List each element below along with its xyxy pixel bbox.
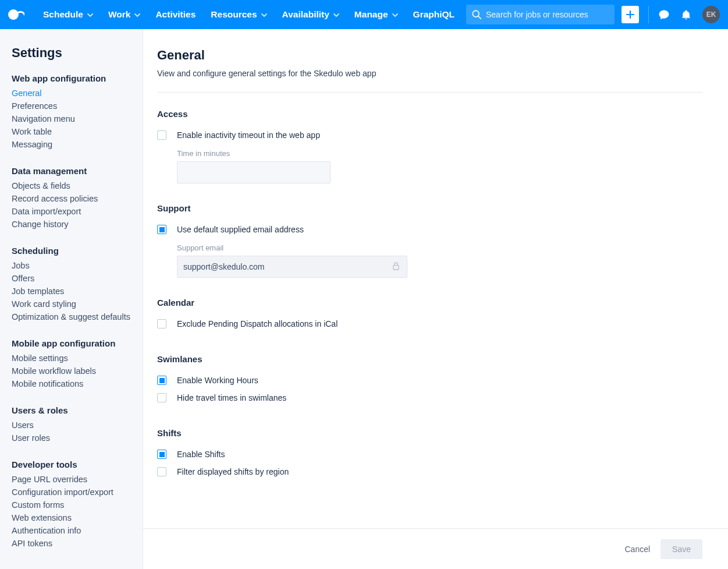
sidebar-group-title: Developer tools [12, 460, 131, 469]
checkbox-inactivity-timeout[interactable] [157, 130, 166, 140]
nav-item-label: Availability [282, 9, 329, 20]
sidebar-link-mobile-settings[interactable]: Mobile settings [12, 352, 131, 365]
chevron-down-icon [333, 9, 339, 20]
settings-sidebar: Settings Web app configurationGeneralPre… [0, 29, 143, 569]
sidebar-link-custom-forms[interactable]: Custom forms [12, 499, 131, 511]
page-title: General [157, 48, 702, 63]
sidebar-link-preferences[interactable]: Preferences [12, 100, 131, 112]
sidebar-link-web-extensions[interactable]: Web extensions [12, 511, 131, 524]
nav-item-label: Resources [211, 9, 257, 20]
nav-item-graphiql[interactable]: GraphiQL [406, 6, 461, 23]
checkbox-exclude-pending[interactable] [157, 319, 166, 328]
nav-item-label: Work [108, 9, 130, 20]
sidebar-link-record-access-policies[interactable]: Record access policies [12, 192, 131, 205]
top-nav: ScheduleWorkActivitiesResourcesAvailabil… [0, 0, 728, 29]
section-title-access: Access [157, 109, 702, 119]
nav-item-label: Schedule [43, 9, 83, 20]
chevron-down-icon [261, 9, 267, 20]
nav-item-resources[interactable]: Resources [204, 6, 274, 23]
chevron-down-icon [134, 9, 140, 20]
sidebar-link-work-table[interactable]: Work table [12, 125, 131, 138]
section-access: Access Enable inactivity timeout in the … [157, 109, 702, 183]
sidebar-link-work-card-styling[interactable]: Work card styling [12, 298, 131, 310]
section-title-shifts: Shifts [157, 428, 702, 438]
sidebar-link-mobile-workflow-labels[interactable]: Mobile workflow labels [12, 365, 131, 377]
divider [157, 92, 702, 93]
nav-item-label: Activities [155, 9, 196, 20]
checkbox-enable-shifts[interactable] [157, 450, 166, 459]
sidebar-group-title: Data management [12, 166, 131, 176]
sidebar-link-users[interactable]: Users [12, 419, 131, 432]
checkbox-exclude-pending-label: Exclude Pending Dispatch allocations in … [177, 319, 338, 328]
search-icon [471, 9, 482, 22]
checkbox-filter-region-label: Filter displayed shifts by region [177, 467, 289, 476]
lock-icon [392, 261, 400, 272]
sidebar-link-objects-fields[interactable]: Objects & fields [12, 179, 131, 192]
sidebar-link-navigation-menu[interactable]: Navigation menu [12, 112, 131, 125]
svg-point-0 [8, 9, 19, 20]
create-button[interactable] [622, 6, 639, 23]
section-calendar: Calendar Exclude Pending Dispatch alloca… [157, 298, 702, 334]
chevron-down-icon [392, 9, 398, 20]
checkbox-working-hours-label: Enable Working Hours [177, 376, 258, 385]
sidebar-link-optimization-suggest-defaults[interactable]: Optimization & suggest defaults [12, 310, 131, 323]
nav-item-manage[interactable]: Manage [347, 6, 405, 23]
sidebar-link-general[interactable]: General [12, 87, 131, 100]
checkbox-hide-travel-label: Hide travel times in swimlanes [177, 393, 286, 402]
user-avatar[interactable]: EK [702, 6, 720, 23]
checkbox-timeout-label: Enable inactivity timeout in the web app [177, 130, 320, 140]
sidebar-group-title: Users & roles [12, 405, 131, 415]
minutes-input[interactable] [177, 161, 331, 183]
chat-icon[interactable] [658, 9, 670, 20]
search-input[interactable] [486, 10, 615, 19]
nav-item-schedule[interactable]: Schedule [36, 6, 100, 23]
sidebar-link-configuration-import-export[interactable]: Configuration import/export [12, 486, 131, 499]
minutes-label: Time in minutes [177, 149, 702, 158]
svg-point-1 [473, 10, 479, 17]
support-email-label: Support email [177, 243, 702, 252]
sidebar-group-title: Web app configuration [12, 73, 131, 83]
sidebar-link-page-url-overrides[interactable]: Page URL overrides [12, 473, 131, 486]
bell-icon[interactable] [680, 9, 692, 20]
checkbox-working-hours[interactable] [157, 376, 166, 385]
checkbox-hide-travel[interactable] [157, 393, 166, 402]
sidebar-link-messaging[interactable]: Messaging [12, 138, 131, 151]
sidebar-group-title: Mobile app configuration [12, 338, 131, 348]
nav-item-activities[interactable]: Activities [148, 6, 203, 23]
sidebar-link-jobs[interactable]: Jobs [12, 259, 131, 272]
sidebar-link-job-templates[interactable]: Job templates [12, 285, 131, 298]
checkbox-default-email[interactable] [157, 225, 166, 234]
cancel-button[interactable]: Cancel [624, 545, 650, 554]
sidebar-title: Settings [12, 45, 131, 61]
checkbox-enable-shifts-label: Enable Shifts [177, 450, 225, 459]
global-search[interactable] [466, 5, 615, 24]
svg-line-2 [478, 16, 481, 19]
sidebar-link-mobile-notifications[interactable]: Mobile notifications [12, 377, 131, 390]
support-email-input: support@skedulo.com [177, 256, 407, 278]
sidebar-group-title: Scheduling [12, 246, 131, 256]
nav-item-availability[interactable]: Availability [275, 6, 346, 23]
sidebar-link-offers[interactable]: Offers [12, 272, 131, 285]
section-title-swimlanes: Swimlanes [157, 354, 702, 364]
section-title-support: Support [157, 203, 702, 213]
checkbox-filter-region[interactable] [157, 467, 166, 476]
nav-item-label: Manage [354, 9, 388, 20]
sidebar-link-authentication-info[interactable]: Authentication info [12, 524, 131, 537]
sidebar-link-data-import-export[interactable]: Data import/export [12, 205, 131, 218]
chevron-down-icon [87, 9, 93, 20]
nav-divider [648, 6, 649, 23]
save-button[interactable]: Save [660, 539, 702, 559]
sidebar-link-change-history[interactable]: Change history [12, 218, 131, 231]
nav-item-work[interactable]: Work [101, 6, 147, 23]
section-title-calendar: Calendar [157, 298, 702, 308]
sidebar-link-user-roles[interactable]: User roles [12, 432, 131, 444]
sidebar-link-api-tokens[interactable]: API tokens [12, 537, 131, 550]
footer-bar: Cancel Save [143, 528, 728, 569]
app-logo[interactable] [8, 9, 24, 20]
support-email-value: support@skedulo.com [183, 262, 265, 271]
section-support: Support Use default supplied email addre… [157, 203, 702, 278]
main-panel: General View and configure general setti… [143, 29, 728, 569]
checkbox-default-email-label: Use default supplied email address [177, 225, 304, 234]
nav-item-label: GraphiQL [413, 9, 454, 20]
page-subtitle: View and configure general settings for … [157, 69, 702, 78]
